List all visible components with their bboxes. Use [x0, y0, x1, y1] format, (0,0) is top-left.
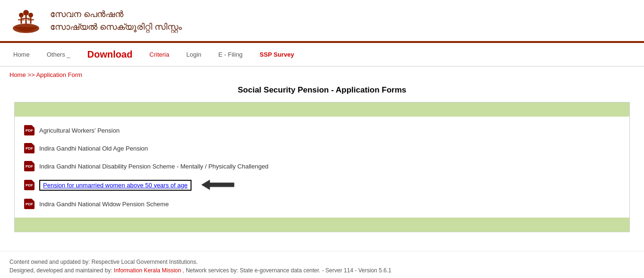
footer-ikm-link[interactable]: Information Kerala Mission: [114, 267, 181, 274]
pdf-icon: PDF: [24, 143, 35, 153]
arrow-annotation: [201, 178, 239, 192]
navigation: Home Others _ Download Criteria Login E …: [0, 43, 644, 67]
pdf-icon: PDF: [24, 199, 35, 209]
table-header-bar: [15, 102, 629, 117]
list-item: PDF Indira Gandhi National Old Age Pensi…: [24, 139, 620, 157]
form-link-unmarried-women[interactable]: Pension for unmarried women above 50 yea…: [43, 182, 188, 189]
nav-download[interactable]: Download: [79, 43, 141, 66]
footer-line2: Designed, developed and maintained by: I…: [9, 267, 635, 274]
nav-login[interactable]: Login: [178, 43, 210, 66]
page-title: Social Security Pension - Application Fo…: [9, 85, 635, 95]
nav-others[interactable]: Others _: [38, 43, 79, 66]
forms-container: PDF Agricultural Workers' Pension PDF In…: [14, 102, 630, 232]
svg-point-1: [19, 13, 24, 17]
svg-point-7: [28, 13, 33, 17]
pdf-icon: PDF: [24, 161, 35, 171]
footer-prefix: Designed, developed and maintained by:: [9, 267, 114, 274]
breadcrumb: Home >> Application Form: [0, 67, 644, 83]
breadcrumb-separator: >>: [27, 71, 36, 78]
footer-line1: Content owned and updated by: Respective…: [9, 259, 635, 265]
form-link-old-age[interactable]: Indira Gandhi National Old Age Pension: [39, 145, 148, 152]
svg-point-4: [23, 10, 29, 16]
highlighted-box: Pension for unmarried women above 50 yea…: [39, 180, 191, 191]
form-link-disability[interactable]: Indira Gandhi National Disability Pensio…: [39, 163, 269, 170]
footer: Content owned and updated by: Respective…: [0, 251, 644, 278]
logo: [9, 6, 43, 35]
form-link-widow[interactable]: Indira Gandhi National Widow Pension Sch…: [39, 201, 169, 208]
nav-criteria[interactable]: Criteria: [141, 43, 178, 66]
highlighted-row: PDF Pension for unmarried women above 50…: [24, 175, 620, 195]
pdf-icon: PDF: [24, 180, 35, 190]
main-content: Social Security Pension - Application Fo…: [0, 83, 644, 242]
table-footer-bar: [15, 218, 629, 232]
form-link-agricultural[interactable]: Agricultural Workers' Pension: [39, 127, 120, 134]
table-content: PDF Agricultural Workers' Pension PDF In…: [15, 117, 629, 218]
footer-suffix: , Network services by: State e-governanc…: [181, 267, 392, 274]
nav-efiling[interactable]: E - Filing: [210, 43, 251, 66]
nav-ssp[interactable]: SSP Survey: [251, 43, 303, 66]
site-title: സേവന പെൻഷൻ സോഷ്യൽ സെക്യൂരിറ്റി സിസ്റ്റം: [50, 8, 182, 34]
list-item: PDF Indira Gandhi National Disability Pe…: [24, 157, 620, 175]
pdf-icon: PDF: [24, 125, 35, 135]
list-item: PDF Agricultural Workers' Pension: [24, 121, 620, 139]
header: സേവന പെൻഷൻ സോഷ്യൽ സെക്യൂരിറ്റി സിസ്റ്റം: [0, 0, 644, 41]
breadcrumb-current[interactable]: Application Form: [36, 71, 82, 78]
breadcrumb-home[interactable]: Home: [9, 71, 26, 78]
list-item: PDF Indira Gandhi National Widow Pension…: [24, 195, 620, 213]
nav-home[interactable]: Home: [5, 43, 38, 66]
svg-marker-10: [201, 180, 234, 190]
